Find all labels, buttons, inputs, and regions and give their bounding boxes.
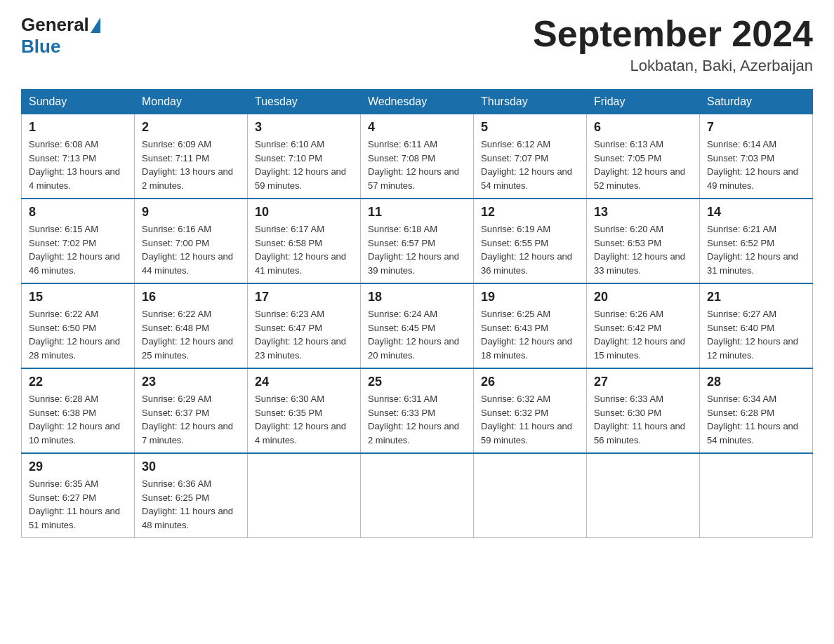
table-row: [700, 453, 813, 538]
day-info: Sunrise: 6:29 AMSunset: 6:37 PMDaylight:…: [142, 392, 240, 447]
week-row-2: 8Sunrise: 6:15 AMSunset: 7:02 PMDaylight…: [22, 199, 813, 283]
day-info: Sunrise: 6:27 AMSunset: 6:40 PMDaylight:…: [707, 307, 805, 362]
day-number: 7: [707, 120, 805, 135]
week-row-5: 29Sunrise: 6:35 AMSunset: 6:27 PMDayligh…: [22, 453, 813, 538]
day-number: 27: [594, 375, 692, 389]
logo: General Blue: [21, 14, 102, 58]
calendar-table: Sunday Monday Tuesday Wednesday Thursday…: [21, 89, 813, 538]
day-info: Sunrise: 6:25 AMSunset: 6:43 PMDaylight:…: [481, 307, 579, 362]
col-thursday: Thursday: [474, 90, 587, 114]
table-row: 4Sunrise: 6:11 AMSunset: 7:08 PMDaylight…: [361, 114, 474, 199]
table-row: [474, 453, 587, 538]
day-number: 6: [594, 120, 692, 135]
day-info: Sunrise: 6:24 AMSunset: 6:45 PMDaylight:…: [368, 307, 466, 362]
col-sunday: Sunday: [22, 90, 135, 114]
table-row: 28Sunrise: 6:34 AMSunset: 6:28 PMDayligh…: [700, 368, 813, 453]
calendar-header-row: Sunday Monday Tuesday Wednesday Thursday…: [22, 90, 813, 114]
day-number: 20: [594, 290, 692, 304]
day-info: Sunrise: 6:13 AMSunset: 7:05 PMDaylight:…: [594, 137, 692, 192]
table-row: 20Sunrise: 6:26 AMSunset: 6:42 PMDayligh…: [587, 283, 700, 368]
page-header: General Blue September 2024 Lokbatan, Ba…: [21, 14, 813, 75]
table-row: 27Sunrise: 6:33 AMSunset: 6:30 PMDayligh…: [587, 368, 700, 453]
table-row: 16Sunrise: 6:22 AMSunset: 6:48 PMDayligh…: [135, 283, 248, 368]
day-number: 28: [707, 375, 805, 389]
table-row: 11Sunrise: 6:18 AMSunset: 6:57 PMDayligh…: [361, 199, 474, 283]
day-number: 2: [142, 120, 240, 135]
table-row: 12Sunrise: 6:19 AMSunset: 6:55 PMDayligh…: [474, 199, 587, 283]
day-info: Sunrise: 6:36 AMSunset: 6:25 PMDaylight:…: [142, 477, 240, 532]
day-number: 18: [368, 290, 466, 304]
day-number: 13: [594, 205, 692, 220]
table-row: 26Sunrise: 6:32 AMSunset: 6:32 PMDayligh…: [474, 368, 587, 453]
day-info: Sunrise: 6:21 AMSunset: 6:52 PMDaylight:…: [707, 222, 805, 277]
day-info: Sunrise: 6:33 AMSunset: 6:30 PMDaylight:…: [594, 392, 692, 447]
col-wednesday: Wednesday: [361, 90, 474, 114]
day-number: 1: [29, 120, 127, 135]
day-info: Sunrise: 6:19 AMSunset: 6:55 PMDaylight:…: [481, 222, 579, 277]
table-row: 8Sunrise: 6:15 AMSunset: 7:02 PMDaylight…: [22, 199, 135, 283]
day-number: 22: [29, 375, 127, 389]
table-row: 18Sunrise: 6:24 AMSunset: 6:45 PMDayligh…: [361, 283, 474, 368]
col-friday: Friday: [587, 90, 700, 114]
col-saturday: Saturday: [700, 90, 813, 114]
day-info: Sunrise: 6:22 AMSunset: 6:50 PMDaylight:…: [29, 307, 127, 362]
day-number: 26: [481, 375, 579, 389]
day-number: 11: [368, 205, 466, 220]
week-row-1: 1Sunrise: 6:08 AMSunset: 7:13 PMDaylight…: [22, 114, 813, 199]
table-row: [587, 453, 700, 538]
day-number: 5: [481, 120, 579, 135]
table-row: 6Sunrise: 6:13 AMSunset: 7:05 PMDaylight…: [587, 114, 700, 199]
day-info: Sunrise: 6:30 AMSunset: 6:35 PMDaylight:…: [255, 392, 353, 447]
table-row: [361, 453, 474, 538]
table-row: 29Sunrise: 6:35 AMSunset: 6:27 PMDayligh…: [22, 453, 135, 538]
day-number: 23: [142, 375, 240, 389]
day-info: Sunrise: 6:12 AMSunset: 7:07 PMDaylight:…: [481, 137, 579, 192]
table-row: 7Sunrise: 6:14 AMSunset: 7:03 PMDaylight…: [700, 114, 813, 199]
day-info: Sunrise: 6:17 AMSunset: 6:58 PMDaylight:…: [255, 222, 353, 277]
table-row: 9Sunrise: 6:16 AMSunset: 7:00 PMDaylight…: [135, 199, 248, 283]
table-row: 3Sunrise: 6:10 AMSunset: 7:10 PMDaylight…: [248, 114, 361, 199]
day-number: 25: [368, 375, 466, 389]
logo-blue-text: Blue: [21, 36, 60, 57]
day-info: Sunrise: 6:18 AMSunset: 6:57 PMDaylight:…: [368, 222, 466, 277]
location-subtitle: Lokbatan, Baki, Azerbaijan: [533, 57, 813, 75]
table-row: 25Sunrise: 6:31 AMSunset: 6:33 PMDayligh…: [361, 368, 474, 453]
month-title: September 2024: [533, 14, 813, 54]
table-row: 13Sunrise: 6:20 AMSunset: 6:53 PMDayligh…: [587, 199, 700, 283]
table-row: 14Sunrise: 6:21 AMSunset: 6:52 PMDayligh…: [700, 199, 813, 283]
table-row: 5Sunrise: 6:12 AMSunset: 7:07 PMDaylight…: [474, 114, 587, 199]
day-info: Sunrise: 6:26 AMSunset: 6:42 PMDaylight:…: [594, 307, 692, 362]
day-info: Sunrise: 6:23 AMSunset: 6:47 PMDaylight:…: [255, 307, 353, 362]
table-row: 10Sunrise: 6:17 AMSunset: 6:58 PMDayligh…: [248, 199, 361, 283]
day-info: Sunrise: 6:35 AMSunset: 6:27 PMDaylight:…: [29, 477, 127, 532]
col-tuesday: Tuesday: [248, 90, 361, 114]
week-row-3: 15Sunrise: 6:22 AMSunset: 6:50 PMDayligh…: [22, 283, 813, 368]
day-number: 29: [29, 459, 127, 474]
day-number: 16: [142, 290, 240, 304]
table-row: 17Sunrise: 6:23 AMSunset: 6:47 PMDayligh…: [248, 283, 361, 368]
table-row: 30Sunrise: 6:36 AMSunset: 6:25 PMDayligh…: [135, 453, 248, 538]
day-number: 9: [142, 205, 240, 220]
day-info: Sunrise: 6:08 AMSunset: 7:13 PMDaylight:…: [29, 137, 127, 192]
day-number: 19: [481, 290, 579, 304]
day-info: Sunrise: 6:22 AMSunset: 6:48 PMDaylight:…: [142, 307, 240, 362]
col-monday: Monday: [135, 90, 248, 114]
table-row: 23Sunrise: 6:29 AMSunset: 6:37 PMDayligh…: [135, 368, 248, 453]
day-info: Sunrise: 6:15 AMSunset: 7:02 PMDaylight:…: [29, 222, 127, 277]
day-number: 3: [255, 120, 353, 135]
day-info: Sunrise: 6:10 AMSunset: 7:10 PMDaylight:…: [255, 137, 353, 192]
day-number: 15: [29, 290, 127, 304]
table-row: 15Sunrise: 6:22 AMSunset: 6:50 PMDayligh…: [22, 283, 135, 368]
day-info: Sunrise: 6:28 AMSunset: 6:38 PMDaylight:…: [29, 392, 127, 447]
day-info: Sunrise: 6:20 AMSunset: 6:53 PMDaylight:…: [594, 222, 692, 277]
day-info: Sunrise: 6:34 AMSunset: 6:28 PMDaylight:…: [707, 392, 805, 447]
day-info: Sunrise: 6:14 AMSunset: 7:03 PMDaylight:…: [707, 137, 805, 192]
day-number: 8: [29, 205, 127, 220]
day-number: 4: [368, 120, 466, 135]
day-info: Sunrise: 6:11 AMSunset: 7:08 PMDaylight:…: [368, 137, 466, 192]
day-number: 17: [255, 290, 353, 304]
logo-general-text: General: [21, 14, 89, 36]
table-row: 2Sunrise: 6:09 AMSunset: 7:11 PMDaylight…: [135, 114, 248, 199]
table-row: 24Sunrise: 6:30 AMSunset: 6:35 PMDayligh…: [248, 368, 361, 453]
day-info: Sunrise: 6:32 AMSunset: 6:32 PMDaylight:…: [481, 392, 579, 447]
